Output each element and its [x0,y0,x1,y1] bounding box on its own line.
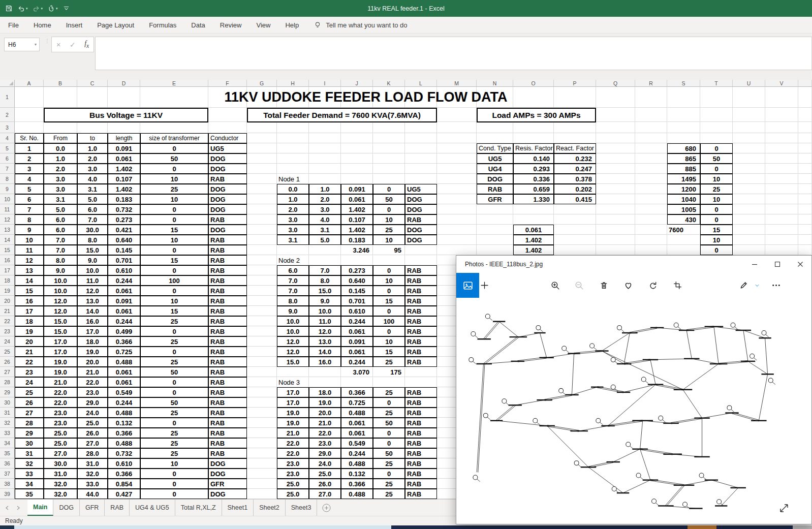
main-table-cell[interactable]: RAB [208,316,247,326]
main-table-header[interactable]: size of transformer [140,133,208,143]
main-table-cell[interactable]: RAB [208,265,247,275]
main-table-cell[interactable]: 22.0 [77,377,108,387]
main-table-cell[interactable]: 1.0 [44,153,77,164]
main-table-cell[interactable]: 50 [140,397,208,408]
ribbon-tab-help[interactable]: Help [285,21,299,29]
node2-cell[interactable]: 0.610 [341,306,373,316]
column-header-F[interactable]: F [208,80,247,87]
minimize-button[interactable] [743,256,766,273]
main-table-cell[interactable]: 0.610 [108,265,140,275]
row-header-39[interactable]: 39 [0,489,15,499]
cond-table-cell[interactable]: 0.232 [554,153,596,164]
node1-cell[interactable]: RAB [405,214,437,225]
main-table-cell[interactable]: 10.0 [77,265,108,275]
main-table-cell[interactable]: 0.488 [108,357,140,367]
main-table-cell[interactable]: RAB [208,408,247,418]
cond-table-header[interactable]: Resis. Factor [513,143,554,153]
main-table-cell[interactable]: RAB [208,306,247,316]
main-table-cell[interactable]: 24 [15,377,44,387]
node2-cell[interactable]: 7.0 [309,265,341,275]
node2-cell[interactable]: 7.0 [277,275,309,286]
main-table-cell[interactable]: 5.0 [77,194,108,204]
column-header-C[interactable]: C [77,80,108,87]
node1-total-size[interactable]: 95 [373,245,405,255]
main-table-cell[interactable]: 10 [15,235,44,245]
row-header-2[interactable]: 2 [0,108,15,122]
main-table-cell[interactable]: 0 [140,204,208,214]
photo-content[interactable] [457,298,811,524]
main-table-cell[interactable]: 17 [15,306,44,316]
main-table-cell[interactable]: 15.0 [44,326,77,336]
node1-cell[interactable]: 0.091 [341,184,373,194]
node2-cell[interactable]: RAB [405,275,437,286]
main-table-cell[interactable]: 32.0 [77,469,108,479]
node1-cell[interactable]: 0.061 [341,194,373,204]
node2-cell[interactable]: 10.0 [309,306,341,316]
node1-cell[interactable]: 1.402 [341,225,373,235]
node3-cell[interactable]: 0.366 [341,479,373,489]
main-table-cell[interactable]: 0.244 [108,275,140,286]
main-table-cell[interactable]: 5.0 [44,204,77,214]
column-header-D[interactable]: D [108,80,140,87]
node3-cell[interactable]: 25 [373,489,405,499]
main-table-cell[interactable]: 25 [140,316,208,326]
main-table-cell[interactable]: 10 [140,235,208,245]
main-table-cell[interactable]: 10 [140,296,208,306]
node1-cell[interactable]: 0.107 [341,214,373,225]
node-table-label[interactable]: Node 2 [277,255,309,265]
node2-total-length[interactable]: 3.070 [341,367,373,377]
main-table-cell[interactable]: 18 [15,316,44,326]
node3-cell[interactable]: RAB [405,408,437,418]
node2-cell[interactable]: 10.0 [277,316,309,326]
main-table-cell[interactable]: 0.610 [108,458,140,469]
node2-cell[interactable]: 8.0 [277,296,309,306]
row-header-22[interactable]: 22 [0,316,15,326]
main-table-cell[interactable]: 0.499 [108,326,140,336]
main-table-cell[interactable]: DOG [208,458,247,469]
node3-cell[interactable]: RAB [405,469,437,479]
row-header-15[interactable]: 15 [0,245,15,255]
main-table-cell[interactable]: 26.0 [77,428,108,438]
node3-cell[interactable]: 27.0 [309,489,341,499]
edit-create-icon[interactable] [735,273,752,298]
node3-cell[interactable]: 23.0 [277,469,309,479]
cancel-icon[interactable]: × [56,40,61,49]
kva-cell[interactable]: 430 [667,214,700,225]
main-table-cell[interactable]: 31.0 [77,458,108,469]
node2-cell[interactable]: 11.0 [309,316,341,326]
main-table-cell[interactable]: 6 [15,194,44,204]
main-table-cell[interactable]: 16.0 [77,316,108,326]
node1-cell[interactable]: 10 [373,214,405,225]
node2-cell[interactable]: 14.0 [309,347,341,357]
node1-cell[interactable]: 5.0 [309,235,341,245]
main-table-cell[interactable]: RAB [208,296,247,306]
node3-cell[interactable]: 29.0 [309,448,341,458]
node2-cell[interactable]: 0 [373,286,405,296]
column-header-H[interactable]: H [277,80,309,87]
node2-cell[interactable]: 0.640 [341,275,373,286]
node3-cell[interactable]: 17.0 [277,397,309,408]
main-table-header[interactable]: From [44,133,77,143]
new-sheet-button[interactable] [322,500,331,516]
main-table-cell[interactable]: 0.732 [108,204,140,214]
main-table-cell[interactable]: 11 [15,245,44,255]
main-table-cell[interactable]: 17.0 [44,336,77,347]
main-table-cell[interactable]: 23 [15,367,44,377]
ribbon-tab-review[interactable]: Review [220,21,242,29]
main-table-cell[interactable]: 25 [140,448,208,458]
main-table-cell[interactable]: 23.0 [44,418,77,428]
node2-cell[interactable]: RAB [405,326,437,336]
column-header-M[interactable]: M [437,80,477,87]
main-table-cell[interactable]: 0.061 [108,286,140,296]
main-table-cell[interactable]: 23.0 [77,387,108,397]
column-header-S[interactable]: S [667,80,700,87]
formula-input[interactable] [95,37,812,70]
node3-cell[interactable]: 0.488 [341,458,373,469]
main-table-cell[interactable]: 32 [15,458,44,469]
node3-cell[interactable]: 25.0 [309,469,341,479]
node2-cell[interactable]: 15.0 [309,286,341,296]
main-table-cell[interactable]: 33 [15,469,44,479]
main-table-cell[interactable]: 0.091 [108,296,140,306]
column-header-K[interactable]: K [373,80,405,87]
node3-cell[interactable]: RAB [405,448,437,458]
